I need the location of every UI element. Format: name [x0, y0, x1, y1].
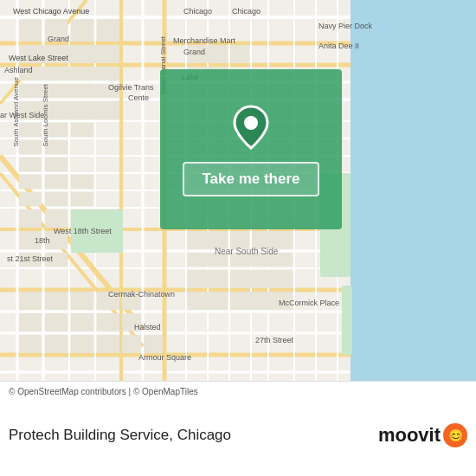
pin-svg — [230, 103, 272, 151]
moovit-face-icon: 😊 — [448, 428, 463, 442]
location-name: Protech Building Service, Chicago — [9, 427, 231, 444]
location-pin — [230, 103, 272, 151]
bottom-bar: © OpenStreetMap contributors | © OpenMap… — [0, 381, 476, 476]
svg-rect-92 — [45, 335, 68, 353]
svg-rect-94 — [97, 335, 119, 353]
map-container: West Chicago Avenue Chicago Chicago Gran… — [0, 0, 476, 381]
svg-rect-63 — [19, 209, 42, 228]
svg-rect-84 — [187, 292, 228, 310]
svg-rect-48 — [230, 45, 249, 63]
svg-rect-78 — [230, 270, 293, 288]
street-label-anita: Anita Dee II — [318, 42, 359, 50]
svg-rect-42 — [97, 19, 119, 42]
svg-rect-60 — [19, 192, 42, 206]
svg-rect-41 — [71, 19, 93, 42]
street-label-merch-mart: Merchandise Mart — [173, 36, 235, 45]
location-info: Protech Building Service, Chicago moovit… — [0, 399, 476, 476]
moovit-icon: 😊 — [443, 423, 467, 447]
street-label-ar-west: ar West Side — [0, 111, 44, 119]
svg-rect-77 — [187, 270, 228, 288]
svg-rect-59 — [71, 175, 93, 189]
street-label-chicago2: Chicago — [232, 7, 261, 16]
svg-rect-91 — [19, 335, 42, 353]
street-label-halsted: Halsted — [134, 323, 161, 331]
street-label-chicago1: Chicago — [183, 7, 212, 16]
svg-rect-96 — [144, 335, 163, 353]
moovit-text: moovit — [378, 424, 441, 447]
svg-rect-87 — [45, 313, 68, 331]
street-label-center: Cente — [128, 93, 149, 102]
svg-rect-62 — [71, 192, 93, 206]
street-label-near-south: Near South Side — [215, 247, 278, 256]
svg-rect-79 — [19, 292, 42, 310]
street-label-27th: 27th Street — [255, 336, 293, 344]
svg-rect-93 — [71, 335, 93, 353]
svg-rect-64 — [45, 209, 68, 228]
svg-rect-53 — [19, 140, 42, 154]
moovit-logo: moovit 😊 — [378, 423, 467, 447]
map-overlay: Take me there — [160, 69, 342, 229]
svg-rect-58 — [45, 175, 68, 189]
svg-rect-45 — [19, 84, 119, 98]
svg-rect-61 — [45, 192, 68, 206]
svg-rect-52 — [71, 123, 93, 137]
street-label-west-18th: West 18th Street — [54, 227, 112, 235]
svg-rect-86 — [19, 313, 42, 331]
svg-rect-56 — [45, 158, 68, 171]
svg-rect-44 — [19, 67, 119, 80]
svg-rect-88 — [71, 313, 93, 331]
street-label-navy-pier: Navy Pier Dock — [318, 22, 372, 30]
svg-point-97 — [244, 116, 258, 130]
street-label-grand2: Grand — [183, 48, 205, 56]
street-label-s-ashland: South Ashland Avenue — [12, 77, 20, 146]
svg-rect-50 — [19, 123, 42, 137]
street-label-grand1: Grand — [48, 35, 69, 43]
svg-rect-95 — [122, 335, 141, 353]
street-label-cermak: Cermak-Chinatown — [108, 290, 175, 299]
street-label-s-loomis: South Loomis Street — [42, 84, 49, 146]
svg-rect-39 — [19, 19, 42, 42]
attribution: © OpenStreetMap contributors | © OpenMap… — [0, 382, 476, 399]
street-label-18th: 18th — [35, 236, 50, 245]
svg-rect-80 — [45, 292, 68, 310]
street-label-armour: Armour Square — [138, 353, 191, 362]
street-label-mccormick: McCormick Place — [279, 299, 339, 307]
svg-rect-57 — [19, 175, 42, 189]
street-label-21st: st 21st Street — [7, 254, 53, 263]
svg-rect-89 — [97, 313, 119, 331]
street-label-ogilvie: Ogilvie Trans — [108, 83, 154, 92]
street-label-ashland: Ashland — [4, 66, 33, 74]
svg-rect-38 — [342, 286, 352, 355]
take-me-there-button[interactable]: Take me there — [183, 162, 318, 196]
street-label-west-lake: West Lake Street — [9, 54, 68, 62]
street-label-chicago-ave: West Chicago Avenue — [13, 7, 89, 16]
svg-rect-55 — [19, 158, 42, 171]
svg-rect-81 — [71, 292, 93, 310]
